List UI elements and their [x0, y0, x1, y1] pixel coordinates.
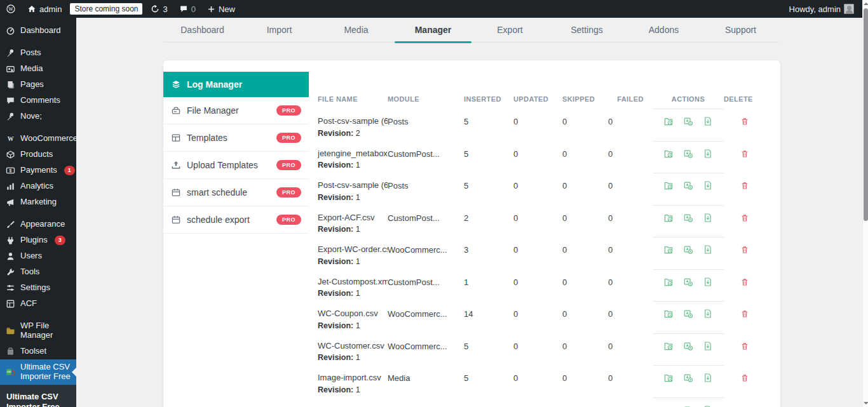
view-log-icon[interactable] — [663, 180, 674, 190]
pin-icon — [6, 112, 15, 121]
tab-settings[interactable]: Settings — [548, 18, 625, 42]
tab-label: Dashboard — [180, 25, 224, 35]
sidebar-item-analytics[interactable]: Analytics — [0, 178, 76, 194]
scrollbar-thumb[interactable] — [864, 8, 868, 221]
download-file-icon[interactable] — [703, 405, 713, 407]
view-log-icon[interactable] — [663, 244, 674, 255]
skipped-media-icon[interactable] — [683, 373, 693, 383]
sidebar-item-users[interactable]: Users — [0, 248, 76, 264]
sidebar-item-label: Marketing — [20, 197, 57, 207]
view-log-icon[interactable] — [663, 277, 674, 287]
delete-log-icon[interactable] — [740, 373, 749, 383]
skipped-media-icon[interactable] — [683, 149, 693, 159]
updated-cell: 0 — [513, 301, 562, 333]
site-name-menu[interactable]: admin — [22, 0, 67, 18]
skipped-media-icon[interactable] — [683, 180, 693, 190]
view-log-icon[interactable] — [663, 373, 674, 383]
sidebar-item-label: Analytics — [20, 182, 53, 191]
skipped-cell: 0 — [562, 397, 608, 407]
skipped-media-icon[interactable] — [683, 277, 693, 287]
delete-log-icon[interactable] — [740, 277, 749, 287]
inserted-cell: 3 — [464, 237, 513, 269]
view-log-icon[interactable] — [663, 149, 674, 159]
scroll-down-arrow[interactable] — [863, 400, 868, 406]
delete-log-icon[interactable] — [740, 342, 749, 351]
tab-manager[interactable]: Manager — [395, 18, 471, 42]
column-header: SKIPPED — [562, 95, 608, 103]
skipped-media-icon[interactable] — [683, 244, 693, 255]
download-file-icon[interactable] — [703, 309, 713, 319]
sidebar-item-toolset[interactable]: Toolset — [0, 344, 76, 359]
sidebar-item-appearance[interactable]: Appearance — [0, 217, 76, 232]
sidebar-item-payments[interactable]: $ Payments 1 — [0, 163, 76, 178]
updated-cell: 0 — [513, 269, 562, 302]
view-log-icon[interactable] — [663, 405, 674, 407]
view-log-icon[interactable] — [663, 341, 674, 351]
skipped-media-icon[interactable] — [683, 116, 693, 126]
sidebar-item-wp-file-manager[interactable]: WP File Manager — [0, 318, 76, 344]
skipped-media-icon[interactable] — [683, 341, 693, 351]
tab-support[interactable]: Support — [702, 18, 779, 42]
sidebar-item-comments[interactable]: Comments — [0, 93, 76, 109]
delete-log-icon[interactable] — [740, 309, 749, 319]
view-log-icon[interactable] — [663, 309, 674, 319]
tools-icon — [6, 267, 15, 277]
tab-export[interactable]: Export — [471, 18, 548, 42]
panel-item-schedule-export[interactable]: schedule export PRO — [163, 206, 309, 234]
skipped-media-icon[interactable] — [683, 309, 693, 319]
sidebar-item-products[interactable]: Products — [0, 147, 76, 163]
sidebar-item-tools[interactable]: Tools — [0, 264, 76, 280]
skipped-media-icon[interactable] — [683, 213, 693, 223]
download-file-icon[interactable] — [703, 341, 713, 351]
view-log-icon[interactable] — [663, 116, 674, 126]
sidebar-item-woocommerce[interactable]: W WooCommerce — [0, 131, 76, 147]
sidebar-item-nove[interactable]: Nove; — [0, 109, 76, 124]
svg-text:CSV: CSV — [6, 371, 11, 373]
howdy-account-menu[interactable]: Howdy, admin — [788, 0, 855, 18]
download-file-icon[interactable] — [703, 149, 713, 159]
download-file-icon[interactable] — [703, 373, 713, 383]
tab-import[interactable]: Import — [241, 18, 318, 42]
view-log-icon[interactable] — [663, 213, 674, 223]
scroll-up-arrow[interactable] — [863, 1, 868, 7]
download-file-icon[interactable] — [703, 116, 713, 126]
sidebar-item-ultimate-csv-importer[interactable]: CSV Ultimate CSV Importer Free — [0, 359, 76, 385]
download-file-icon[interactable] — [703, 277, 713, 287]
column-header: ACTIONS — [653, 95, 724, 103]
delete-log-icon[interactable] — [740, 181, 749, 190]
download-file-icon[interactable] — [703, 244, 713, 255]
updates-menu[interactable]: 3 — [145, 0, 173, 18]
panel-item-templates[interactable]: Templates PRO — [163, 124, 309, 152]
comments-menu[interactable]: 0 — [173, 0, 201, 18]
sidebar-item-pages[interactable]: Pages — [0, 77, 76, 93]
sidebar-item-media[interactable]: Media — [0, 61, 76, 77]
tab-addons[interactable]: Addons — [625, 18, 702, 42]
panel-item-upload-templates[interactable]: Upload Templates PRO — [163, 152, 309, 179]
sidebar-item-label: ACF — [20, 299, 37, 309]
submenu-title[interactable]: Ultimate CSV Importer Free — [0, 389, 76, 407]
delete-log-icon[interactable] — [740, 213, 749, 223]
sidebar-item-marketing[interactable]: Marketing — [0, 194, 76, 210]
delete-log-icon[interactable] — [740, 117, 749, 126]
panel-item-file-manager[interactable]: File Manager PRO — [163, 97, 309, 124]
delete-log-icon[interactable] — [740, 245, 749, 255]
sidebar-item-dashboard[interactable]: Dashboard — [0, 23, 76, 39]
sidebar-item-posts[interactable]: Posts — [0, 45, 76, 61]
actions-cell — [653, 333, 724, 366]
sidebar-item-settings[interactable]: Settings — [0, 280, 76, 296]
tab-media[interactable]: Media — [318, 18, 395, 42]
tab-dashboard[interactable]: Dashboard — [164, 18, 241, 42]
new-content-menu[interactable]: New — [201, 0, 241, 18]
actions-cell — [653, 141, 724, 173]
page-scrollbar[interactable] — [862, 0, 868, 407]
download-file-icon[interactable] — [703, 180, 713, 190]
panel-item-log-manager[interactable]: Log Manager PRO — [163, 72, 309, 97]
sidebar-item-plugins[interactable]: Plugins 3 — [0, 232, 76, 248]
wordpress-logo-menu[interactable]: W — [0, 0, 22, 18]
table-body: Post-csv-sample (6... Revision: 2 Posts … — [318, 109, 775, 407]
panel-item-smart-schedule[interactable]: smart schedule PRO — [163, 179, 309, 206]
download-file-icon[interactable] — [703, 213, 713, 223]
skipped-media-icon[interactable] — [683, 405, 693, 407]
delete-log-icon[interactable] — [740, 149, 749, 159]
sidebar-item-acf[interactable]: ACF — [0, 296, 76, 312]
